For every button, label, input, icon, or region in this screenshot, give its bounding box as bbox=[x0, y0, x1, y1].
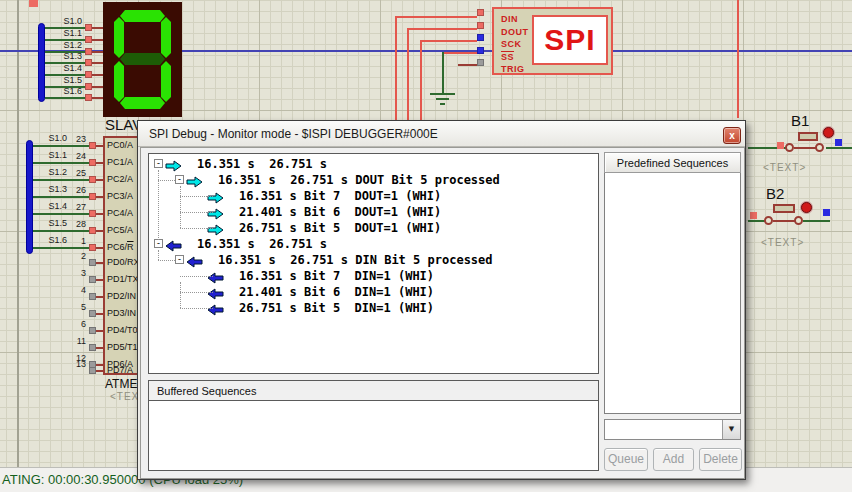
net-wire-S1.0 bbox=[33, 145, 89, 147]
tree-row[interactable]: 26.751 s Bit 5 DIN=1 (WHI) bbox=[149, 300, 598, 316]
pin-square-11[interactable] bbox=[89, 344, 96, 351]
spi-debug-window[interactable]: SPI Debug - Monitor mode - $ISPI DEBUGGE… bbox=[137, 120, 746, 480]
net-label-S1.4: S1.4 bbox=[30, 201, 67, 211]
chip-pin-label-PC5/A: PC5/A bbox=[107, 225, 133, 235]
segment-A bbox=[120, 10, 165, 22]
tree-expander-icon[interactable]: - bbox=[175, 175, 184, 184]
chip-pin-label-PD1/TX: PD1/TX bbox=[107, 274, 139, 284]
pin-square[interactable] bbox=[85, 48, 92, 55]
queue-button[interactable]: Queue bbox=[604, 448, 648, 471]
pin-square-13[interactable] bbox=[89, 367, 96, 374]
button-pin-red-B2 bbox=[750, 212, 757, 219]
button-terminal-B2-1 bbox=[764, 216, 773, 225]
pin-number-24: 24 bbox=[66, 151, 86, 161]
button-actuator-B1[interactable] bbox=[823, 127, 834, 138]
delete-button[interactable]: Delete bbox=[699, 448, 742, 471]
tree-expander-icon[interactable]: - bbox=[154, 239, 163, 248]
tree-connector-h bbox=[180, 212, 213, 213]
tree-connector-h bbox=[158, 260, 175, 261]
pin-square-23[interactable] bbox=[89, 142, 96, 149]
chip-pin-label-PC4/A: PC4/A bbox=[107, 208, 133, 218]
tree-row[interactable]: 21.401 s Bit 6 DIN=1 (WHI) bbox=[149, 284, 598, 300]
pin-stub bbox=[92, 74, 103, 76]
pin-square-27[interactable] bbox=[89, 210, 96, 217]
button-ref-B2: B2 bbox=[766, 185, 784, 202]
pin-stub-6 bbox=[96, 330, 103, 332]
net-wire-S1.1 bbox=[33, 162, 89, 164]
spi-pin-square-DOUT[interactable] bbox=[477, 22, 484, 29]
button-body-B2[interactable] bbox=[773, 204, 795, 213]
predefined-sequences-panel[interactable]: Predefined Sequences bbox=[604, 152, 741, 414]
net-wire-S1.4 bbox=[33, 213, 89, 215]
button-wire-right-B1 bbox=[826, 147, 852, 149]
pin-square[interactable] bbox=[85, 94, 92, 101]
pin-square[interactable] bbox=[85, 59, 92, 66]
window-content: -16.351 s 26.751 s-16.351 s 26.751 s DOU… bbox=[140, 147, 745, 479]
spi-event-tree[interactable]: -16.351 s 26.751 s-16.351 s 26.751 s DOU… bbox=[148, 153, 599, 374]
pin-stub bbox=[92, 27, 103, 29]
chip-pin-label-PD7/A: PD7/A bbox=[107, 365, 133, 375]
tree-row-text: 16.351 s 26.751 s DOUT Bit 5 processed bbox=[218, 173, 500, 187]
wire-dout-v bbox=[407, 28, 409, 120]
tree-expander-icon[interactable]: - bbox=[154, 159, 163, 168]
pin-square-24[interactable] bbox=[89, 159, 96, 166]
sequence-combobox[interactable]: ▼ bbox=[604, 419, 741, 440]
pin-number-26: 26 bbox=[66, 185, 86, 195]
tree-connector-v bbox=[158, 250, 159, 260]
pin-square-1[interactable] bbox=[89, 244, 96, 251]
pin-square[interactable] bbox=[85, 24, 92, 31]
spi-label-plate: SPI bbox=[532, 15, 608, 65]
button-body-B1[interactable] bbox=[798, 132, 818, 141]
tree-row[interactable]: -16.351 s 26.751 s bbox=[149, 236, 598, 252]
pin-square[interactable] bbox=[85, 83, 92, 90]
spi-pin-square-SS[interactable] bbox=[477, 47, 484, 54]
pin-square-5[interactable] bbox=[89, 310, 96, 317]
ground-bar-1 bbox=[430, 93, 455, 95]
pin-square-4[interactable] bbox=[89, 293, 96, 300]
tree-row[interactable]: 21.401 s Bit 6 DOUT=1 (WHI) bbox=[149, 204, 598, 220]
pin-stub-5 bbox=[96, 313, 103, 315]
tree-expander-icon[interactable]: - bbox=[175, 255, 184, 264]
pin-square-26[interactable] bbox=[89, 193, 96, 200]
spi-debugger-component[interactable]: DINDOUTSCKSSTRIG SPI bbox=[492, 7, 613, 75]
net-label-S1.4: S1.4 bbox=[44, 63, 82, 73]
tree-connector-h bbox=[180, 228, 213, 229]
tree-row[interactable]: 26.751 s Bit 5 DOUT=1 (WHI) bbox=[149, 220, 598, 236]
buffered-sequences-panel[interactable]: Buffered Sequences bbox=[148, 380, 599, 471]
close-button[interactable]: x bbox=[723, 127, 741, 144]
tree-connector-h bbox=[180, 308, 213, 309]
pin-square[interactable] bbox=[85, 71, 92, 78]
net-wire-S1.3 bbox=[33, 196, 89, 198]
tree-row[interactable]: -16.351 s 26.751 s bbox=[149, 156, 598, 172]
net-wire-S1.6 bbox=[45, 97, 85, 99]
button-wire-right-B2 bbox=[803, 220, 830, 222]
pin-square-2[interactable] bbox=[89, 259, 96, 266]
pin-square-6[interactable] bbox=[89, 327, 96, 334]
tree-row[interactable]: 16.351 s Bit 7 DIN=1 (WHI) bbox=[149, 268, 598, 284]
tree-connector-v bbox=[180, 282, 181, 308]
window-title-bar[interactable]: SPI Debug - Monitor mode - $ISPI DEBUGGE… bbox=[138, 121, 745, 147]
pin-square-3[interactable] bbox=[89, 276, 96, 283]
spi-pin-square-SCK[interactable] bbox=[477, 34, 484, 41]
tree-row[interactable]: -16.351 s 26.751 s DOUT Bit 5 processed bbox=[149, 172, 598, 188]
chip-pin-label-PC2/A: PC2/A bbox=[107, 174, 133, 184]
tree-row[interactable]: -16.351 s 26.751 s DIN Bit 5 processed bbox=[149, 252, 598, 268]
pin-square[interactable] bbox=[85, 36, 92, 43]
add-button[interactable]: Add bbox=[653, 448, 694, 471]
wire-ss-gnd bbox=[442, 52, 444, 93]
spi-pin-square-TRIG[interactable] bbox=[477, 59, 484, 66]
pin-square-28[interactable] bbox=[89, 227, 96, 234]
pin-square-25[interactable] bbox=[89, 176, 96, 183]
button-actuator-B2[interactable] bbox=[801, 202, 812, 213]
chip-pin-label-overline: R bbox=[127, 242, 134, 252]
pin-number-13: 13 bbox=[66, 359, 86, 369]
predefined-sequences-header[interactable]: Predefined Sequences bbox=[604, 152, 741, 173]
pin-number-4: 4 bbox=[66, 285, 86, 295]
seven-segment-digit-0 bbox=[103, 2, 182, 117]
tree-row[interactable]: 16.351 s Bit 7 DOUT=1 (WHI) bbox=[149, 188, 598, 204]
spi-pin-square-DIN[interactable] bbox=[477, 9, 484, 16]
wire-dout bbox=[407, 28, 477, 30]
combobox-dropdown-icon[interactable]: ▼ bbox=[722, 420, 740, 439]
seven-segment-display[interactable] bbox=[103, 2, 182, 117]
pin-stub bbox=[92, 39, 103, 41]
